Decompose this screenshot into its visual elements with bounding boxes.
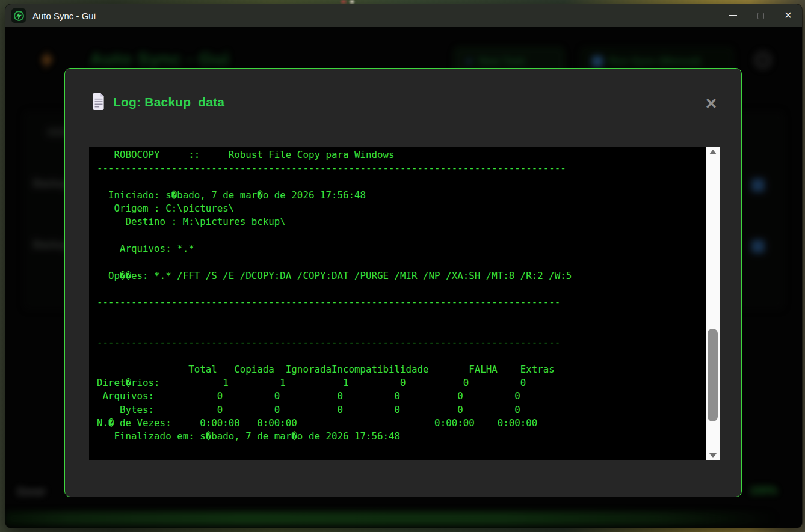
log-text: ROBOCOPY :: Robust File Copy para Window… [89, 147, 706, 460]
minimize-button[interactable] [719, 4, 747, 27]
dialog-header: Log: Backup_data ✕ [65, 69, 741, 126]
scrollbar-thumb[interactable] [708, 329, 718, 421]
divider [89, 127, 718, 127]
dialog-close-button[interactable]: ✕ [700, 93, 722, 114]
app-logo-icon [11, 8, 26, 23]
log-viewer[interactable]: ROBOCOPY :: Robust File Copy para Window… [89, 147, 720, 460]
close-window-button[interactable]: ✕ [774, 4, 802, 27]
log-dialog: Log: Backup_data ✕ ROBOCOPY :: Robust Fi… [64, 68, 742, 497]
bolt-ring-icon [14, 11, 24, 21]
window-controls: ✕ [719, 4, 802, 27]
close-icon: ✕ [784, 11, 792, 20]
window-body: Auto Sync - Gui + New Task Run Sync (Man… [5, 27, 802, 528]
document-icon [92, 93, 105, 110]
maximize-icon [757, 13, 764, 19]
desktop-wallpaper: Auto Sync - Gui ✕ Auto Sync - Gui + New … [0, 0, 805, 532]
titlebar[interactable]: Auto Sync - Gui ✕ [5, 4, 802, 27]
scroll-up-button[interactable] [706, 147, 720, 157]
scrollbar[interactable] [706, 147, 720, 460]
dialog-title: Log: Backup_data [113, 95, 224, 109]
minimize-icon [729, 15, 737, 16]
scroll-up-icon [709, 150, 717, 154]
app-window: Auto Sync - Gui ✕ Auto Sync - Gui + New … [5, 4, 802, 528]
scroll-down-icon [709, 453, 717, 458]
scroll-down-button[interactable] [706, 450, 720, 460]
maximize-button[interactable] [747, 4, 774, 27]
window-title: Auto Sync - Gui [32, 11, 96, 21]
